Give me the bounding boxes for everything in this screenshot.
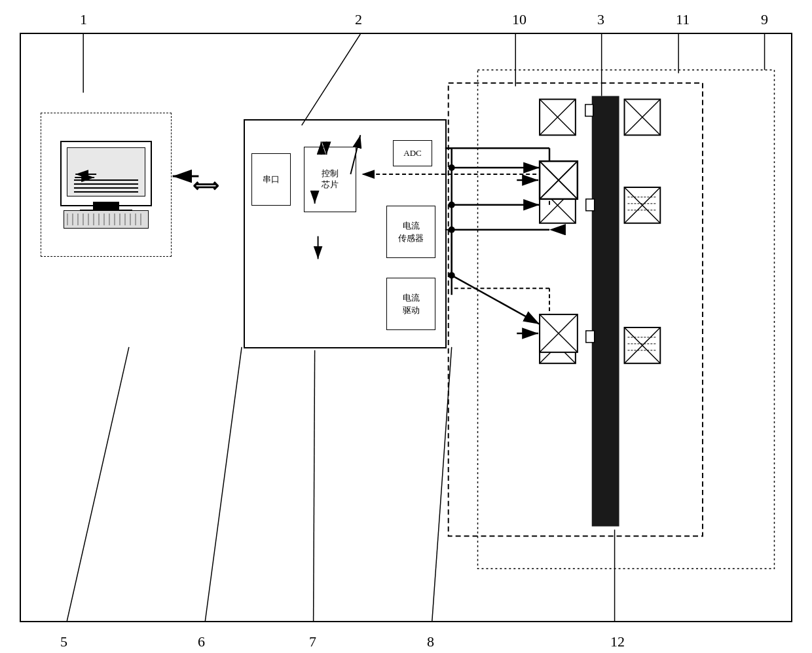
ref-8: 8 [427,633,434,650]
ref-3: 3 [597,11,604,28]
monitor [60,141,152,206]
svg-rect-24 [625,187,661,223]
ref-5: 5 [60,633,67,650]
svg-line-62 [302,34,361,125]
svg-line-15 [540,100,576,136]
svg-rect-49 [586,331,595,343]
computer-section [41,113,172,257]
svg-rect-14 [540,100,576,136]
ref-6: 6 [198,633,205,650]
svg-rect-40 [540,327,576,364]
svg-line-73 [540,161,578,199]
control-chip-label: 控制芯片 [322,168,339,191]
svg-point-36 [449,202,455,208]
control-box: 串口 控制芯片 ADC 电流传感器 电流驱动 [244,119,447,348]
svg-rect-11 [449,83,703,536]
svg-line-77 [540,314,578,352]
adc-label: ADC [403,148,421,159]
keyboard [64,210,149,229]
svg-line-78 [540,314,578,352]
svg-line-26 [625,187,661,223]
ref-10: 10 [512,11,526,28]
svg-rect-12 [478,70,775,569]
serial-port-box: 串口 [251,153,291,206]
svg-rect-13 [592,96,619,527]
ref-2: 2 [355,11,362,28]
svg-line-18 [625,100,661,136]
current-driver-box: 电流驱动 [386,278,435,330]
svg-rect-20 [585,105,593,117]
svg-line-23 [540,187,576,223]
current-driver-label: 电流驱动 [403,291,420,317]
svg-line-41 [540,327,576,364]
svg-line-44 [625,327,661,364]
svg-line-19 [625,100,661,136]
monitor-screen [67,147,145,196]
serial-port-label: 串口 [263,174,280,185]
svg-line-25 [625,187,661,223]
svg-rect-72 [540,161,578,199]
svg-line-74 [540,161,578,199]
ref-7: 7 [309,633,316,650]
svg-rect-17 [625,100,661,136]
svg-line-68 [205,347,242,621]
monitor-stand [93,202,119,210]
ref-11: 11 [676,11,690,28]
current-sensor-label: 电流传感器 [398,219,424,245]
svg-rect-76 [540,314,578,352]
svg-rect-32 [586,199,595,211]
svg-line-69 [314,350,315,621]
double-arrow: ⟺ [179,175,232,196]
svg-line-70 [432,347,452,621]
adc-box: ADC [393,140,432,166]
svg-rect-43 [625,327,661,364]
control-chip-box: 控制芯片 [304,147,356,212]
svg-line-42 [540,327,576,364]
ref-12: 12 [610,633,625,650]
current-sensor-box: 电流传感器 [386,206,435,258]
svg-point-37 [449,272,455,278]
ref-9: 9 [761,11,768,28]
svg-line-39 [452,275,540,324]
computer-icon [60,141,152,229]
svg-line-67 [67,347,129,621]
svg-line-22 [540,187,576,223]
ref-1: 1 [80,11,87,28]
svg-point-35 [449,164,455,171]
svg-line-45 [625,327,661,364]
main-diagram-container: 1 2 10 3 11 9 5 6 7 8 12 ⟺ 串口 控制芯片 AD [20,33,792,622]
svg-line-16 [540,100,576,136]
svg-point-53 [449,227,455,233]
svg-rect-21 [540,187,576,223]
